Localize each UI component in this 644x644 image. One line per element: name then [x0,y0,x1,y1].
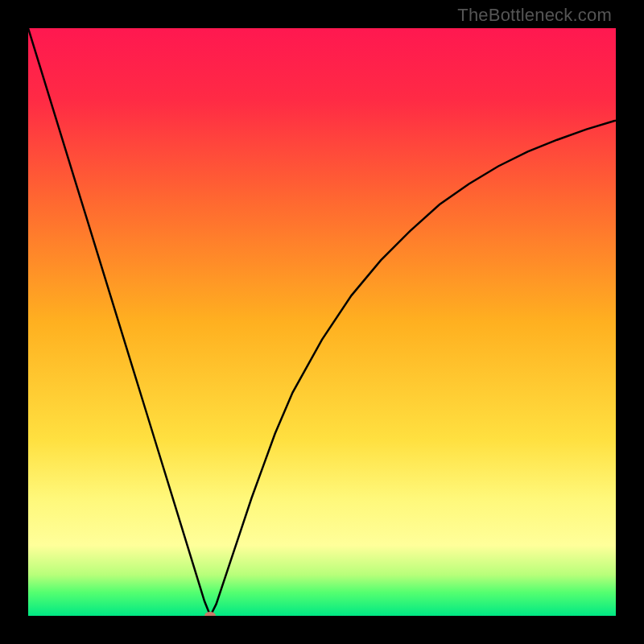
chart-frame [28,28,616,616]
bottleneck-curve [28,28,616,616]
watermark-text: TheBottleneck.com [457,5,612,26]
optimum-point-marker [204,612,216,616]
